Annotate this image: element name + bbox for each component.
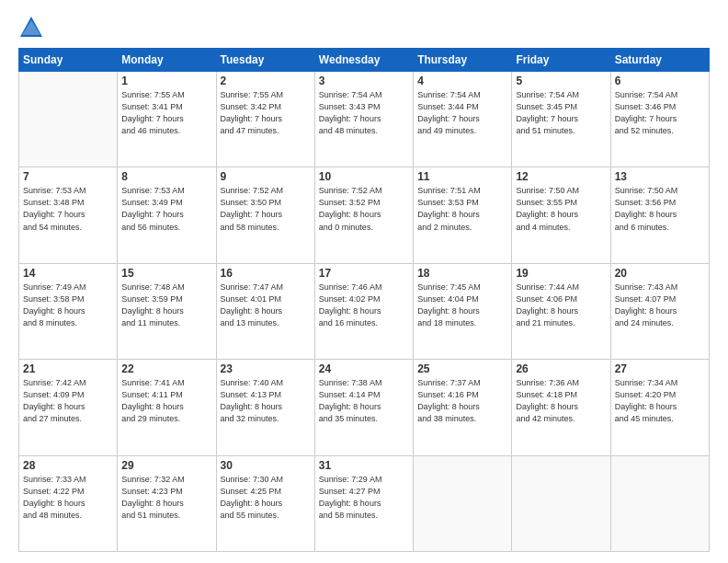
day-number: 26 [516,362,606,375]
logo-icon [18,15,44,40]
calendar-week-1: 1Sunrise: 7:55 AM Sunset: 3:41 PM Daylig… [19,72,710,167]
day-number: 6 [615,75,705,87]
calendar-cell [414,455,512,551]
day-number: 23 [221,362,311,375]
day-info: Sunrise: 7:53 AM Sunset: 3:48 PM Dayligh… [23,185,113,233]
weekday-header-monday: Monday [118,49,216,72]
day-number: 29 [121,459,211,472]
day-number: 30 [221,459,311,472]
calendar-cell [19,72,118,167]
header [18,15,710,40]
calendar-week-4: 21Sunrise: 7:42 AM Sunset: 4:09 PM Dayli… [19,360,710,455]
day-info: Sunrise: 7:55 AM Sunset: 3:42 PM Dayligh… [221,89,311,137]
calendar-cell: 6Sunrise: 7:54 AM Sunset: 3:46 PM Daylig… [610,72,709,167]
calendar-week-5: 28Sunrise: 7:33 AM Sunset: 4:22 PM Dayli… [19,455,710,551]
day-info: Sunrise: 7:50 AM Sunset: 3:55 PM Dayligh… [516,185,606,233]
day-number: 21 [23,362,113,375]
day-number: 1 [121,75,211,87]
weekday-header-sunday: Sunday [19,49,118,72]
day-number: 14 [23,267,113,280]
day-info: Sunrise: 7:55 AM Sunset: 3:41 PM Dayligh… [121,89,211,137]
calendar-cell: 15Sunrise: 7:48 AM Sunset: 3:59 PM Dayli… [118,263,216,359]
calendar-cell: 22Sunrise: 7:41 AM Sunset: 4:11 PM Dayli… [118,360,216,455]
day-number: 20 [615,267,705,280]
calendar-cell: 1Sunrise: 7:55 AM Sunset: 3:41 PM Daylig… [118,72,216,167]
weekday-header-saturday: Saturday [610,49,709,72]
logo [18,15,48,40]
day-number: 28 [23,459,113,472]
day-number: 27 [615,362,705,375]
calendar-cell: 2Sunrise: 7:55 AM Sunset: 3:42 PM Daylig… [216,72,314,167]
day-info: Sunrise: 7:50 AM Sunset: 3:56 PM Dayligh… [615,185,705,233]
weekday-header-thursday: Thursday [414,49,512,72]
day-info: Sunrise: 7:34 AM Sunset: 4:20 PM Dayligh… [615,377,705,425]
calendar-cell: 20Sunrise: 7:43 AM Sunset: 4:07 PM Dayli… [610,263,709,359]
calendar-cell: 25Sunrise: 7:37 AM Sunset: 4:16 PM Dayli… [414,360,512,455]
calendar: SundayMondayTuesdayWednesdayThursdayFrid… [18,48,710,552]
day-info: Sunrise: 7:29 AM Sunset: 4:27 PM Dayligh… [319,474,409,522]
day-info: Sunrise: 7:37 AM Sunset: 4:16 PM Dayligh… [417,377,507,425]
calendar-cell: 7Sunrise: 7:53 AM Sunset: 3:48 PM Daylig… [19,167,118,263]
calendar-cell: 24Sunrise: 7:38 AM Sunset: 4:14 PM Dayli… [314,360,413,455]
calendar-cell: 9Sunrise: 7:52 AM Sunset: 3:50 PM Daylig… [216,167,314,263]
day-info: Sunrise: 7:54 AM Sunset: 3:44 PM Dayligh… [417,89,507,137]
day-info: Sunrise: 7:32 AM Sunset: 4:23 PM Dayligh… [121,474,211,522]
day-info: Sunrise: 7:53 AM Sunset: 3:49 PM Dayligh… [121,185,211,233]
day-info: Sunrise: 7:54 AM Sunset: 3:45 PM Dayligh… [516,89,606,137]
calendar-cell: 19Sunrise: 7:44 AM Sunset: 4:06 PM Dayli… [512,263,610,359]
day-number: 9 [221,170,311,183]
day-number: 12 [516,170,606,183]
calendar-body: 1Sunrise: 7:55 AM Sunset: 3:41 PM Daylig… [19,72,710,552]
day-number: 5 [516,75,606,87]
day-number: 11 [417,170,507,183]
day-number: 18 [417,267,507,280]
calendar-cell: 30Sunrise: 7:30 AM Sunset: 4:25 PM Dayli… [216,455,314,551]
day-number: 31 [319,459,409,472]
day-info: Sunrise: 7:48 AM Sunset: 3:59 PM Dayligh… [121,282,211,329]
day-info: Sunrise: 7:43 AM Sunset: 4:07 PM Dayligh… [615,282,705,329]
day-number: 13 [615,170,705,183]
day-info: Sunrise: 7:52 AM Sunset: 3:52 PM Dayligh… [319,185,409,233]
day-info: Sunrise: 7:46 AM Sunset: 4:02 PM Dayligh… [319,282,409,329]
calendar-cell: 12Sunrise: 7:50 AM Sunset: 3:55 PM Dayli… [512,167,610,263]
day-number: 4 [417,75,507,87]
weekday-header-tuesday: Tuesday [216,49,314,72]
day-number: 16 [221,267,311,280]
day-info: Sunrise: 7:52 AM Sunset: 3:50 PM Dayligh… [221,185,311,233]
calendar-cell: 17Sunrise: 7:46 AM Sunset: 4:02 PM Dayli… [314,263,413,359]
calendar-cell: 13Sunrise: 7:50 AM Sunset: 3:56 PM Dayli… [610,167,709,263]
calendar-week-2: 7Sunrise: 7:53 AM Sunset: 3:48 PM Daylig… [19,167,710,263]
calendar-header-row: SundayMondayTuesdayWednesdayThursdayFrid… [19,49,710,72]
day-number: 10 [319,170,409,183]
calendar-cell: 29Sunrise: 7:32 AM Sunset: 4:23 PM Dayli… [118,455,216,551]
calendar-cell: 4Sunrise: 7:54 AM Sunset: 3:44 PM Daylig… [414,72,512,167]
calendar-cell: 3Sunrise: 7:54 AM Sunset: 3:43 PM Daylig… [314,72,413,167]
day-info: Sunrise: 7:47 AM Sunset: 4:01 PM Dayligh… [221,282,311,329]
calendar-week-3: 14Sunrise: 7:49 AM Sunset: 3:58 PM Dayli… [19,263,710,359]
calendar-cell: 10Sunrise: 7:52 AM Sunset: 3:52 PM Dayli… [314,167,413,263]
day-number: 25 [417,362,507,375]
day-info: Sunrise: 7:30 AM Sunset: 4:25 PM Dayligh… [221,474,311,522]
day-info: Sunrise: 7:33 AM Sunset: 4:22 PM Dayligh… [23,474,113,522]
day-info: Sunrise: 7:40 AM Sunset: 4:13 PM Dayligh… [221,377,311,425]
day-info: Sunrise: 7:44 AM Sunset: 4:06 PM Dayligh… [516,282,606,329]
svg-marker-1 [22,20,40,35]
day-info: Sunrise: 7:42 AM Sunset: 4:09 PM Dayligh… [23,377,113,425]
calendar-cell: 16Sunrise: 7:47 AM Sunset: 4:01 PM Dayli… [216,263,314,359]
calendar-cell: 28Sunrise: 7:33 AM Sunset: 4:22 PM Dayli… [19,455,118,551]
day-info: Sunrise: 7:45 AM Sunset: 4:04 PM Dayligh… [417,282,507,329]
day-info: Sunrise: 7:54 AM Sunset: 3:46 PM Dayligh… [615,89,705,137]
day-number: 24 [319,362,409,375]
weekday-header-wednesday: Wednesday [314,49,413,72]
day-info: Sunrise: 7:36 AM Sunset: 4:18 PM Dayligh… [516,377,606,425]
day-number: 17 [319,267,409,280]
day-number: 7 [23,170,113,183]
calendar-cell: 11Sunrise: 7:51 AM Sunset: 3:53 PM Dayli… [414,167,512,263]
calendar-cell: 23Sunrise: 7:40 AM Sunset: 4:13 PM Dayli… [216,360,314,455]
page: SundayMondayTuesdayWednesdayThursdayFrid… [0,0,728,563]
day-number: 15 [121,267,211,280]
day-number: 22 [121,362,211,375]
calendar-cell: 18Sunrise: 7:45 AM Sunset: 4:04 PM Dayli… [414,263,512,359]
day-info: Sunrise: 7:51 AM Sunset: 3:53 PM Dayligh… [417,185,507,233]
calendar-cell [610,455,709,551]
